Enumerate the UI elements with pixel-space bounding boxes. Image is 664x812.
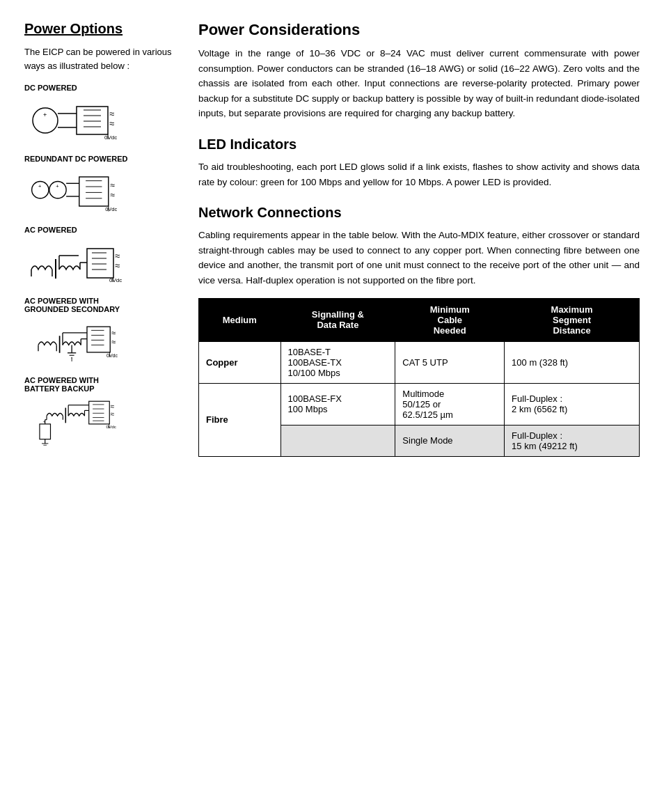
table-header-cable: MinimumCableNeeded <box>395 298 505 341</box>
svg-text:+: + <box>43 111 47 118</box>
fibre-distance-multimode: Full-Duplex :2 km (6562 ft) <box>505 383 640 425</box>
svg-text:0Vdc: 0Vdc <box>105 206 117 212</box>
left-column: Power Options The EICP can be powered in… <box>24 21 177 457</box>
right-column: Power Considerations Voltage in the rang… <box>198 21 640 457</box>
ac-powered-diagram: ≈ ≈ 0Vdc <box>24 238 177 287</box>
table-row-fibre-1: Fibre 100BASE-FX100 Mbps Multimode50/125… <box>199 383 640 425</box>
copper-cable: CAT 5 UTP <box>395 341 505 383</box>
power-options-intro: The EICP can be powered in various ways … <box>24 45 177 72</box>
page-layout: Power Options The EICP can be powered in… <box>24 21 640 457</box>
ac-grounded-diagram: ≈ ≈ 0Vdc <box>24 318 177 366</box>
svg-text:0Vdc: 0Vdc <box>106 353 118 358</box>
fibre-distance-single: Full-Duplex :15 km (49212 ft) <box>505 425 640 456</box>
svg-text:0Vdc: 0Vdc <box>109 277 122 283</box>
svg-rect-19 <box>79 177 109 206</box>
copper-signalling: 10BASE-T100BASE-TX10/100 Mbps <box>280 341 395 383</box>
power-considerations-title: Power Considerations <box>198 21 640 39</box>
copper-distance: 100 m (328 ft) <box>505 341 640 383</box>
svg-text:≈: ≈ <box>115 251 120 261</box>
cable-table: Medium Signalling &Data Rate MinimumCabl… <box>198 298 640 457</box>
svg-text:≈: ≈ <box>111 403 115 410</box>
network-connections-title: Network Connections <box>198 205 640 221</box>
svg-text:+: + <box>38 183 41 189</box>
led-indicators-title: LED Indicators <box>198 136 640 153</box>
svg-text:0Vdc: 0Vdc <box>104 134 117 141</box>
table-header-signalling: Signalling &Data Rate <box>280 298 395 341</box>
fibre-cable-single: Single Mode <box>395 425 505 456</box>
redundant-dc-diagram: + + ≈ ≈ 0Vdc <box>24 167 177 216</box>
svg-text:0Vdc: 0Vdc <box>106 424 116 429</box>
table-header-medium: Medium <box>199 298 281 341</box>
svg-text:≈: ≈ <box>109 109 114 119</box>
copper-medium: Copper <box>199 341 281 383</box>
svg-text:≈: ≈ <box>111 410 115 418</box>
svg-text:≈: ≈ <box>111 338 116 346</box>
ac-powered-label: AC POWERED <box>24 226 177 234</box>
ac-grounded-label: AC POWERED WITHGROUNDED SECONDARY <box>24 297 177 313</box>
dc-powered-label: DC POWERED <box>24 84 177 92</box>
svg-rect-65 <box>40 424 51 439</box>
svg-text:≈: ≈ <box>111 329 116 337</box>
fibre-medium: Fibre <box>199 383 281 456</box>
network-connections-text: Cabling requirements appear in the table… <box>198 228 640 288</box>
ac-battery-label: AC POWERED WITHBATTERY BACKUP <box>24 376 177 393</box>
table-header-row: Medium Signalling &Data Rate MinimumCabl… <box>199 298 640 341</box>
power-considerations-text: Voltage in the range of 10–36 VDC or 8–2… <box>198 46 640 121</box>
svg-text:+: + <box>56 183 58 189</box>
ac-battery-diagram: + <box>24 397 177 446</box>
svg-text:≈: ≈ <box>111 190 116 200</box>
fibre-signalling-single <box>280 425 395 456</box>
svg-rect-4 <box>77 107 108 134</box>
fibre-cable-multimode: Multimode50/125 or62.5/125 µm <box>395 383 505 425</box>
fibre-signalling: 100BASE-FX100 Mbps <box>280 383 395 425</box>
power-options-title: Power Options <box>24 21 177 37</box>
svg-text:≈: ≈ <box>115 260 120 271</box>
svg-text:≈: ≈ <box>109 118 114 129</box>
redundant-dc-label: REDUNDANT DC POWERED <box>24 155 177 163</box>
svg-text:≈: ≈ <box>111 180 116 190</box>
dc-powered-diagram: + ≈ ≈ 0Vdc <box>24 96 177 145</box>
led-indicators-text: To aid troubleshooting, each port LED gl… <box>198 159 640 189</box>
table-header-distance: MaximumSegmentDistance <box>505 298 640 341</box>
table-row-copper: Copper 10BASE-T100BASE-TX10/100 Mbps CAT… <box>199 341 640 383</box>
